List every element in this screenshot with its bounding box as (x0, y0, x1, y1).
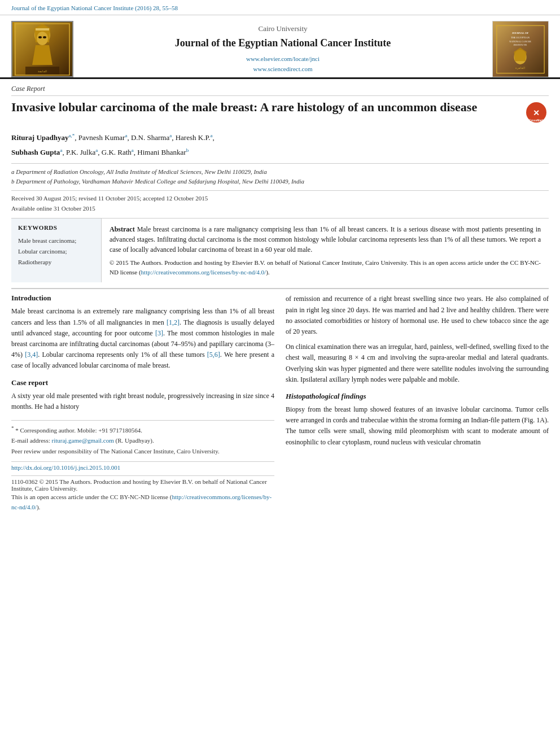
ref-1-2[interactable]: [1,2] (167, 318, 180, 326)
svg-marker-7 (32, 45, 53, 65)
abstract-label: Abstract (110, 225, 135, 233)
case-report-text: A sixty year old male presented with rig… (11, 391, 274, 412)
ref-5-6[interactable]: [5,6] (207, 351, 220, 359)
elsevier-link[interactable]: www.elsevier.com/locate/jnci (85, 54, 481, 64)
abstract-text: Abstract Male breast carcinoma is a rare… (110, 224, 541, 277)
footer-line-1: 1110-0362 © 2015 The Authors. Production… (11, 475, 274, 492)
abstract-box: Abstract Male breast carcinoma is a rare… (102, 219, 549, 282)
col-right: of remission and recurrence of a right b… (286, 294, 549, 513)
svg-point-5 (38, 36, 42, 38)
article-title-text: Invasive lobular carcinoma of the male b… (11, 99, 523, 116)
sciencedirect-link[interactable]: www.sciencedirect.com (85, 64, 481, 75)
introduction-heading: Introduction (11, 294, 274, 303)
svg-text:THE EGYPTIAN: THE EGYPTIAN (511, 36, 530, 38)
footer-line-2: This is an open access article under the… (11, 492, 274, 513)
keyword-3: Radiotherapy (18, 257, 94, 268)
email-link[interactable]: rituraj.game@gmail.com (51, 437, 113, 444)
license-close: ). (266, 269, 269, 276)
authors-row-1: Rituraj Upadhyaya,*, Pavnesh Kumara, D.N… (11, 132, 549, 144)
license-line: © 2015 The Authors. Production and hosti… (110, 258, 541, 277)
journal-links: www.elsevier.com/locate/jnci www.science… (85, 54, 481, 74)
histo-heading: Histopathological findings (286, 392, 549, 401)
footnotes-section: * * Corresponding author. Mobile: +91 97… (11, 420, 274, 457)
journal-citation: Journal of the Egyptian National Cancer … (11, 5, 178, 11)
author-sep-2: , D.N. Sharma (127, 133, 169, 142)
header-section: الجامعة Cairo University Journal of the … (0, 15, 560, 79)
col-left: Introduction Male breast carcinoma is an… (11, 294, 274, 513)
svg-point-4 (37, 32, 48, 45)
case-report-heading: Case report (11, 378, 274, 387)
svg-text:CrossMark: CrossMark (529, 119, 544, 122)
svg-text:✕: ✕ (533, 108, 540, 117)
header-center: Cairo University Journal of the Egyptian… (73, 21, 492, 77)
author-sep-1: , Pavnesh Kumar (75, 133, 125, 142)
author-sep-3: , Haresh K.P. (172, 133, 210, 142)
footnote-email: E-mail address: rituraj.game@gmail.com (… (11, 435, 274, 446)
article-title-block: Invasive lobular carcinoma of the male b… (11, 99, 549, 125)
dates-section: Received 30 August 2015; revised 11 Octo… (11, 190, 549, 213)
right-col-continuation: of remission and recurrence of a right b… (286, 294, 549, 337)
body-section: Introduction Male breast carcinoma is an… (11, 288, 549, 513)
logo-right: JOURNAL OF THE EGYPTIAN NATIONAL CANCER … (492, 21, 549, 77)
svg-text:JOURNAL OF: JOURNAL OF (512, 32, 529, 34)
affiliation-a: a Department of Radiation Oncology, All … (11, 167, 549, 177)
introduction-text: Male breast carcinoma is an extremely ra… (11, 306, 274, 371)
keyword-1: Male breast carcinoma; (18, 235, 94, 246)
svg-point-6 (43, 36, 46, 38)
right-col-clinical: On clinical examination there was an irr… (286, 342, 549, 385)
ref-3[interactable]: [3] (155, 329, 163, 337)
author-5: Subhash Gupta (11, 148, 60, 156)
svg-text:INSTITUTE: INSTITUTE (514, 43, 527, 46)
crossmark-logo: ✕ CrossMark (523, 99, 549, 125)
author-1: Rituraj Upadhyay (11, 133, 69, 142)
keywords-box: KEYWORDS Male breast carcinoma; Lobular … (11, 219, 102, 282)
doi-link[interactable]: http://dx.doi.org/10.1016/j.jnci.2015.10… (11, 464, 120, 471)
footnote-peer-review: Peer review under responsibility of The … (11, 446, 274, 457)
license-link[interactable]: http://creativecommons.org/licenses/by-n… (141, 269, 266, 276)
doi-line: http://dx.doi.org/10.1016/j.jnci.2015.10… (11, 461, 274, 471)
keyword-2: Lobular carcinoma; (18, 246, 94, 257)
article-type-label: Case Report (11, 85, 549, 96)
ref-3-4[interactable]: [3,4] (25, 351, 38, 359)
abstract-body: Male breast carcinoma is a rare malignan… (110, 225, 541, 254)
university-name: Cairo University (85, 24, 481, 33)
page: Journal of the Egyptian National Cancer … (0, 0, 560, 747)
histo-text: Biopsy from the breast lump showed featu… (286, 404, 549, 448)
abstract-keywords-row: KEYWORDS Male breast carcinoma; Lobular … (11, 218, 549, 282)
logo-left: الجامعة (11, 21, 73, 77)
footnote-star: * * Corresponding author. Mobile: +91 97… (11, 424, 274, 435)
authors-row-2: Subhash Guptaa, P.K. Julkaa, G.K. Ratha,… (11, 146, 549, 159)
svg-rect-3 (36, 28, 49, 30)
main-content: Case Report Invasive lobular carcinoma o… (0, 79, 560, 518)
svg-text:NATIONAL CANCER: NATIONAL CANCER (509, 40, 531, 42)
top-bar: Journal of the Egyptian National Cancer … (0, 0, 560, 15)
affiliations-block: a Department of Radiation Oncology, All … (11, 163, 549, 186)
available-date: Available online 31 October 2015 (11, 204, 549, 214)
journal-full-name: Journal of the Egyptian National Cancer … (85, 37, 481, 50)
received-date: Received 30 August 2015; revised 11 Octo… (11, 194, 549, 204)
affiliation-b: b Department of Pathology, Vardhaman Mah… (11, 177, 549, 186)
svg-text:الجامعة: الجامعة (38, 70, 47, 73)
keywords-title: KEYWORDS (18, 224, 94, 231)
